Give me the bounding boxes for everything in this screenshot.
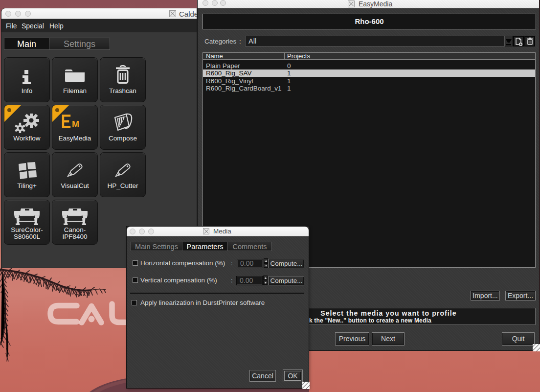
svg-text:M: M (72, 119, 79, 128)
